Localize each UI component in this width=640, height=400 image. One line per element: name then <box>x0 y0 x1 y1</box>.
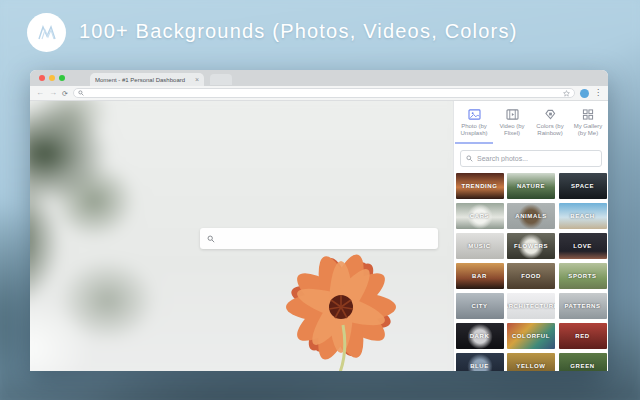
category-label: DARK <box>470 333 490 339</box>
photo-icon <box>468 109 481 120</box>
category-tile-cars[interactable]: CARS <box>456 203 504 229</box>
gallery-grid-icon <box>582 109 594 120</box>
category-tile-animals[interactable]: ANIMALS <box>507 203 555 229</box>
category-label: PATTERNS <box>564 303 600 309</box>
search-icon <box>78 90 84 96</box>
moment-logo <box>27 13 66 52</box>
tab-title: Moment - #1 Personal Dashboard <box>95 77 191 83</box>
category-label: NATURE <box>517 183 545 189</box>
page-content: Photo (by Unsplash) Video (by Flixel) <box>30 101 608 371</box>
category-tile-dark[interactable]: DARK <box>456 323 504 349</box>
tab-video-flixel[interactable]: Video (by Flixel) <box>493 109 531 144</box>
category-label: CITY <box>471 303 487 309</box>
category-tile-green[interactable]: GREEN <box>559 353 607 371</box>
backgrounds-panel: Photo (by Unsplash) Video (by Flixel) <box>453 101 608 371</box>
category-label: FLOWERS <box>514 243 548 249</box>
colors-icon <box>544 109 557 120</box>
category-tile-sports[interactable]: SPORTS <box>559 263 607 289</box>
browser-toolbar: ← → ⟳ ⋮ <box>30 86 608 101</box>
category-tile-bar[interactable]: BAR <box>456 263 504 289</box>
tab-close-icon[interactable]: × <box>195 76 199 83</box>
category-tile-blue[interactable]: BLUE <box>456 353 504 371</box>
zoom-window-button[interactable] <box>59 75 65 81</box>
category-label: GREEN <box>570 363 594 369</box>
category-tile-trending[interactable]: TRENDING <box>456 173 504 199</box>
category-tile-beach[interactable]: BEACH <box>559 203 607 229</box>
bookmark-star-icon[interactable] <box>563 90 570 97</box>
forward-icon[interactable]: → <box>49 89 57 97</box>
video-icon <box>506 109 519 120</box>
panel-tabs: Photo (by Unsplash) Video (by Flixel) <box>454 101 608 144</box>
category-tile-colorful[interactable]: COLORFUL <box>507 323 555 349</box>
category-tile-space[interactable]: SPACE <box>559 173 607 199</box>
browser-tab-moment[interactable]: Moment - #1 Personal Dashboard × <box>90 73 204 86</box>
category-tile-food[interactable]: FOOD <box>507 263 555 289</box>
back-icon[interactable]: ← <box>36 89 44 97</box>
m-monogram-icon <box>35 21 59 45</box>
category-label: SPORTS <box>568 273 596 279</box>
category-tile-music[interactable]: MUSIC <box>456 233 504 259</box>
browser-window: Moment - #1 Personal Dashboard × ← → ⟳ ⋮ <box>30 70 608 371</box>
category-tile-red[interactable]: RED <box>559 323 607 349</box>
category-tile-flowers[interactable]: FLOWERS <box>507 233 555 259</box>
tab-my-gallery[interactable]: My Gallery (by Me) <box>569 109 607 144</box>
category-tile-nature[interactable]: NATURE <box>507 173 555 199</box>
page-search-input[interactable] <box>220 234 431 243</box>
search-icon <box>466 155 473 162</box>
category-label: ANIMALS <box>515 213 547 219</box>
close-window-button[interactable] <box>39 75 45 81</box>
promo-header: 100+ Backgrounds (Photos, Videos, Colors… <box>0 0 640 64</box>
category-tile-love[interactable]: LOVE <box>559 233 607 259</box>
tab-label: Photo (by Unsplash) <box>456 123 493 137</box>
search-icon <box>207 235 215 243</box>
window-controls <box>39 75 65 81</box>
category-label: BLUE <box>470 363 489 369</box>
promo-title: 100+ Backgrounds (Photos, Videos, Colors… <box>79 20 518 43</box>
category-label: YELLOW <box>516 363 545 369</box>
category-label: LOVE <box>573 243 592 249</box>
category-label: SPACE <box>571 183 594 189</box>
browser-tab-bar: Moment - #1 Personal Dashboard × <box>30 70 608 86</box>
category-label: TRENDING <box>461 183 497 189</box>
tab-label: Video (by Flixel) <box>494 123 531 137</box>
newtab-main <box>30 101 453 371</box>
category-label: RED <box>575 333 589 339</box>
screenshot-stage: 100+ Backgrounds (Photos, Videos, Colors… <box>0 0 640 400</box>
tab-colors-rainbow[interactable]: Colors (by Rainbow) <box>531 109 569 144</box>
tab-label: Colors (by Rainbow) <box>532 123 569 137</box>
minimize-window-button[interactable] <box>49 75 55 81</box>
category-label: BEACH <box>570 213 594 219</box>
category-label: BAR <box>472 273 487 279</box>
category-tile-city[interactable]: CITY <box>456 293 504 319</box>
category-grid: TRENDINGNATURESPACECARSANIMALSBEACHMUSIC… <box>454 173 608 371</box>
category-tile-patterns[interactable]: PATTERNS <box>559 293 607 319</box>
tab-photo-unsplash[interactable]: Photo (by Unsplash) <box>455 109 493 144</box>
reload-icon[interactable]: ⟳ <box>62 90 68 97</box>
browser-menu-icon[interactable]: ⋮ <box>594 89 602 97</box>
category-label: ARCHITECTURE <box>507 303 555 309</box>
orange-flower-image <box>261 249 421 371</box>
address-bar[interactable] <box>73 88 575 98</box>
category-label: COLORFUL <box>512 333 550 339</box>
category-label: FOOD <box>521 273 541 279</box>
panel-search-bar[interactable] <box>460 150 602 167</box>
category-label: MUSIC <box>468 243 490 249</box>
profile-avatar[interactable] <box>580 89 589 98</box>
category-label: CARS <box>470 213 489 219</box>
tab-label: My Gallery (by Me) <box>570 123 607 137</box>
category-tile-architecture[interactable]: ARCHITECTURE <box>507 293 555 319</box>
new-tab-button[interactable] <box>210 74 232 85</box>
category-tile-yellow[interactable]: YELLOW <box>507 353 555 371</box>
panel-search-input[interactable] <box>477 155 596 162</box>
page-search-bar[interactable] <box>200 228 438 249</box>
